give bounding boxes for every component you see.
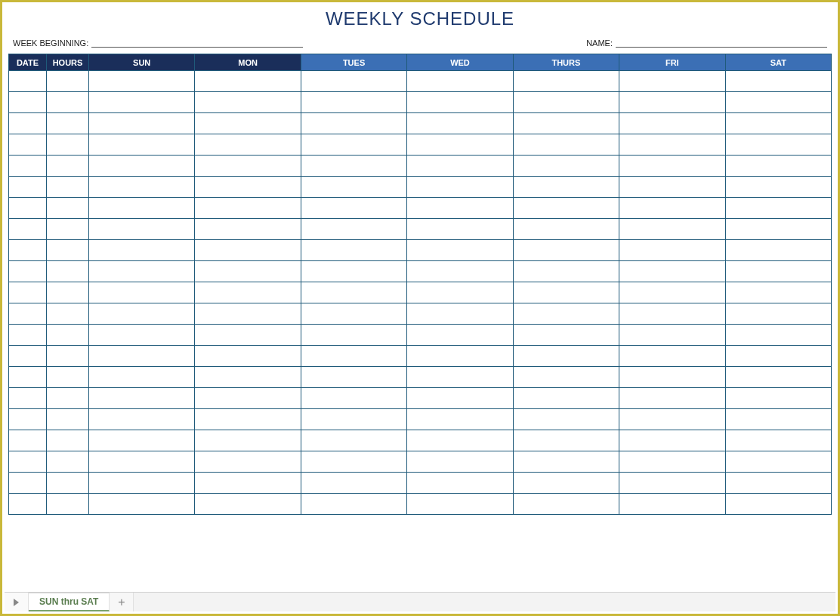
table-cell[interactable] [195, 71, 301, 92]
table-cell[interactable] [619, 388, 725, 409]
table-cell[interactable] [725, 494, 831, 515]
table-cell[interactable] [89, 92, 195, 113]
table-cell[interactable] [89, 134, 195, 156]
table-cell[interactable] [47, 303, 89, 325]
table-cell[interactable] [301, 282, 406, 303]
table-cell[interactable] [513, 388, 619, 409]
table-cell[interactable] [9, 409, 47, 430]
table-cell[interactable] [407, 282, 513, 303]
table-cell[interactable] [89, 473, 195, 494]
table-cell[interactable] [195, 219, 301, 240]
table-cell[interactable] [619, 367, 725, 388]
table-cell[interactable] [725, 134, 831, 156]
table-cell[interactable] [301, 494, 406, 515]
table-cell[interactable] [47, 134, 89, 156]
name-input[interactable] [616, 37, 827, 48]
table-cell[interactable] [513, 92, 619, 113]
table-cell[interactable] [619, 198, 725, 219]
table-cell[interactable] [725, 113, 831, 134]
table-cell[interactable] [195, 303, 301, 325]
table-cell[interactable] [619, 325, 725, 346]
table-cell[interactable] [407, 71, 513, 92]
table-cell[interactable] [407, 346, 513, 367]
table-cell[interactable] [619, 92, 725, 113]
table-cell[interactable] [301, 409, 406, 430]
table-cell[interactable] [725, 219, 831, 240]
table-cell[interactable] [513, 430, 619, 451]
table-cell[interactable] [195, 282, 301, 303]
table-cell[interactable] [725, 388, 831, 409]
table-cell[interactable] [407, 113, 513, 134]
table-cell[interactable] [301, 240, 406, 261]
table-cell[interactable] [195, 367, 301, 388]
table-cell[interactable] [513, 303, 619, 325]
table-cell[interactable] [407, 367, 513, 388]
table-cell[interactable] [407, 156, 513, 177]
table-cell[interactable] [725, 451, 831, 473]
table-cell[interactable] [9, 177, 47, 198]
table-cell[interactable] [195, 134, 301, 156]
table-cell[interactable] [9, 92, 47, 113]
table-cell[interactable] [89, 303, 195, 325]
table-cell[interactable] [301, 473, 406, 494]
table-cell[interactable] [619, 219, 725, 240]
table-cell[interactable] [301, 198, 406, 219]
table-cell[interactable] [513, 451, 619, 473]
table-cell[interactable] [513, 219, 619, 240]
table-cell[interactable] [407, 198, 513, 219]
table-cell[interactable] [301, 71, 406, 92]
table-cell[interactable] [89, 113, 195, 134]
table-cell[interactable] [195, 325, 301, 346]
table-cell[interactable] [725, 92, 831, 113]
table-cell[interactable] [47, 177, 89, 198]
table-cell[interactable] [513, 71, 619, 92]
table-cell[interactable] [725, 409, 831, 430]
table-cell[interactable] [89, 71, 195, 92]
table-cell[interactable] [725, 240, 831, 261]
table-cell[interactable] [9, 325, 47, 346]
table-cell[interactable] [9, 473, 47, 494]
table-cell[interactable] [89, 198, 195, 219]
table-cell[interactable] [89, 388, 195, 409]
table-cell[interactable] [195, 177, 301, 198]
table-cell[interactable] [513, 156, 619, 177]
table-cell[interactable] [89, 177, 195, 198]
table-cell[interactable] [47, 282, 89, 303]
table-cell[interactable] [725, 367, 831, 388]
table-cell[interactable] [513, 113, 619, 134]
table-cell[interactable] [619, 240, 725, 261]
table-cell[interactable] [619, 409, 725, 430]
week-beginning-input[interactable] [91, 37, 303, 48]
table-cell[interactable] [513, 134, 619, 156]
table-cell[interactable] [195, 156, 301, 177]
table-cell[interactable] [47, 219, 89, 240]
table-cell[interactable] [725, 282, 831, 303]
table-cell[interactable] [47, 388, 89, 409]
table-cell[interactable] [9, 494, 47, 515]
table-cell[interactable] [195, 198, 301, 219]
table-cell[interactable] [725, 156, 831, 177]
table-cell[interactable] [9, 156, 47, 177]
table-cell[interactable] [89, 240, 195, 261]
table-cell[interactable] [407, 451, 513, 473]
table-cell[interactable] [619, 113, 725, 134]
add-sheet-button[interactable]: + [110, 593, 134, 611]
table-cell[interactable] [407, 494, 513, 515]
table-cell[interactable] [725, 473, 831, 494]
table-cell[interactable] [619, 494, 725, 515]
table-cell[interactable] [195, 388, 301, 409]
table-cell[interactable] [407, 134, 513, 156]
table-cell[interactable] [513, 240, 619, 261]
table-cell[interactable] [407, 473, 513, 494]
table-cell[interactable] [47, 325, 89, 346]
table-cell[interactable] [725, 261, 831, 282]
table-cell[interactable] [195, 430, 301, 451]
table-cell[interactable] [47, 113, 89, 134]
table-cell[interactable] [407, 261, 513, 282]
table-cell[interactable] [47, 240, 89, 261]
table-cell[interactable] [195, 346, 301, 367]
table-cell[interactable] [47, 346, 89, 367]
table-cell[interactable] [513, 261, 619, 282]
table-cell[interactable] [619, 346, 725, 367]
table-cell[interactable] [301, 177, 406, 198]
